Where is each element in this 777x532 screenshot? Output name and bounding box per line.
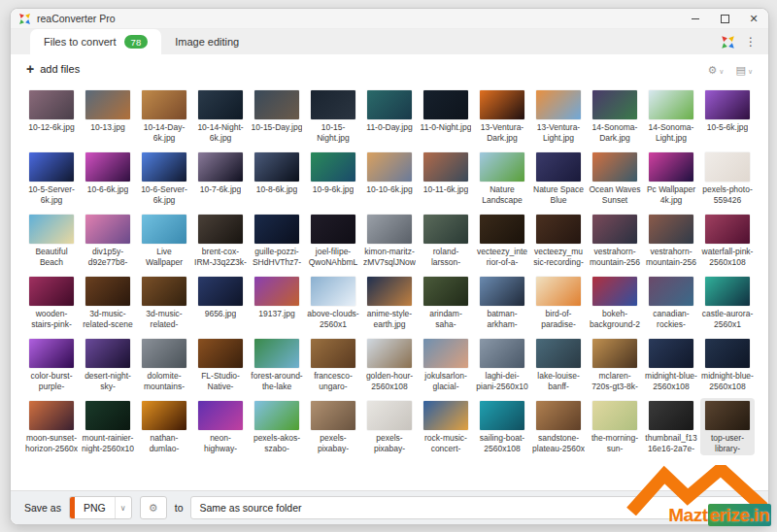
file-item[interactable]: 10-10-6k.jpg — [362, 150, 417, 207]
file-item[interactable]: 13-Ventura-Light.jpg — [531, 87, 586, 145]
file-item[interactable]: thumbnail_f1316e16-2a7e-41 — [644, 398, 698, 455]
file-item[interactable]: FL-Studio-Native- — [193, 336, 248, 393]
file-item[interactable]: 14-Sonoma-Light.jpg — [644, 87, 698, 145]
file-item[interactable]: 10-6-6k.jpg — [81, 150, 135, 207]
file-item[interactable]: 3d-music-related- — [137, 274, 191, 331]
file-item[interactable]: brent-cox-IRM-J3q2Z3k- — [193, 212, 248, 269]
file-item[interactable]: arindam-saha-PwdSwC2kLs- — [419, 274, 473, 331]
file-item[interactable]: vestrahorn-mountain-256 — [644, 212, 698, 269]
file-item[interactable]: pexels-akos-szabo-145938- — [250, 398, 304, 455]
grid-settings-dropdown[interactable]: ⚙∨ — [707, 60, 724, 78]
file-name: 10-11-6k.jpg — [423, 184, 469, 206]
format-select[interactable]: PNG ∨ — [69, 496, 132, 519]
file-item[interactable]: 10-7-6k.jpg — [193, 150, 248, 207]
file-name: Live Wallpaper Desktop.jpg — [138, 247, 190, 268]
file-item[interactable]: color-burst-purple-2560x1 — [24, 336, 79, 393]
file-name: 11-0-Day.jpg — [366, 122, 412, 144]
file-item[interactable]: rock-music-concert- — [419, 398, 473, 455]
minimize-button[interactable] — [681, 9, 710, 28]
file-item[interactable]: golden-hour-2560x108 — [362, 336, 417, 393]
file-item[interactable]: 9656.jpg — [193, 274, 248, 331]
file-item[interactable]: above-clouds-2560x1 — [306, 274, 360, 331]
file-item[interactable]: sandstone-plateau-2560x — [531, 398, 586, 455]
file-item[interactable]: the-morning-sun- — [588, 398, 642, 455]
file-thumbnail — [29, 339, 74, 368]
file-item[interactable]: neon-highway-outrun-2560x1 — [193, 398, 248, 455]
tab-image-editing[interactable]: Image editing — [161, 29, 253, 54]
file-name: thumbnail_f1316e16-2a7e-41 — [645, 433, 697, 454]
file-item[interactable]: pexels-pixabay-15983 — [306, 398, 360, 455]
file-item[interactable]: Ocean Waves Sunset — [588, 150, 642, 207]
file-item[interactable]: 10-15-Day.jpg — [250, 87, 304, 145]
file-item[interactable]: anime-style-earth.jpg — [362, 274, 417, 331]
file-item[interactable]: bokeh-background-2 — [588, 274, 642, 331]
file-name: 10-5-Server-6k.jpg — [25, 184, 78, 206]
file-item[interactable]: top-user-library- — [700, 398, 755, 455]
file-item[interactable]: sailing-boat-2560x108 — [475, 398, 529, 455]
file-item[interactable]: dolomite-mountains-256 — [137, 336, 191, 393]
file-name: brent-cox-IRM-J3q2Z3k- — [194, 247, 247, 268]
file-item[interactable]: guille-pozzi-SHdHVThz7- — [250, 212, 304, 269]
file-item[interactable]: 13-Ventura-Dark.jpg — [475, 87, 529, 145]
file-item[interactable]: joel-filipe-QwoNAhbmLL — [306, 212, 360, 269]
file-item[interactable]: lake-louise-banff-2560x10 — [531, 336, 586, 393]
file-item[interactable]: mclaren-720s-gt3-8k-2560x1 — [588, 336, 642, 393]
file-item[interactable]: 14-Sonoma-Dark.jpg — [588, 87, 642, 145]
file-item[interactable]: Pc Wallpaper 4k.jpg — [644, 150, 698, 207]
close-button[interactable]: ✕ — [739, 9, 768, 28]
kebab-menu-icon[interactable]: ⋮ — [745, 35, 757, 49]
file-item[interactable]: batman-arkham-2560x — [475, 274, 529, 331]
file-item[interactable]: 10-5-Server-6k.jpg — [24, 150, 79, 207]
file-item[interactable]: 19137.jpg — [250, 274, 304, 331]
file-item[interactable]: 11-0-Night.jpg — [419, 87, 473, 145]
file-item[interactable]: Live Wallpaper Desktop.jpg — [137, 212, 191, 269]
file-item[interactable]: 3d-music-related-scene — [81, 274, 135, 331]
file-item[interactable]: canadian-rockies-2560x1 — [644, 274, 698, 331]
file-item[interactable]: 10-14-Night-6k.jpg — [193, 87, 248, 145]
file-item[interactable]: roland-larsson-8AceP — [419, 212, 473, 269]
file-item[interactable]: 10-8-6k.jpg — [250, 150, 304, 207]
file-name: Pc Wallpaper 4k.jpg — [645, 184, 697, 206]
destination-input[interactable]: Same as source folder ⚙ — [190, 496, 755, 519]
file-item[interactable]: Nature Space Blue Ultrawide — [531, 150, 586, 207]
file-item[interactable]: Nature Landscape — [475, 150, 529, 207]
maximize-button[interactable] — [710, 9, 739, 28]
file-item[interactable]: nathan-dumlao- — [137, 398, 191, 455]
file-thumbnail — [480, 215, 524, 244]
file-item[interactable]: moon-sunset-horizon-2560x — [24, 398, 79, 455]
file-item[interactable]: desert-night-sky-2560x1080 — [81, 336, 135, 393]
file-item[interactable]: pexels-pixabay-26507 — [362, 398, 417, 455]
file-item[interactable]: 10-9-6k.jpg — [306, 150, 360, 207]
add-files-button[interactable]: + add files — [26, 62, 80, 76]
file-thumbnail — [649, 277, 693, 306]
file-item[interactable]: castle-aurora-2560x1 — [700, 274, 755, 331]
file-item[interactable]: div1p5y-d92e77b8- — [81, 212, 135, 269]
file-item[interactable]: waterfall-pink-2560x108 — [700, 212, 755, 269]
file-item[interactable]: 10-12-6k.jpg — [24, 87, 79, 145]
file-item[interactable]: jokulsarlon-glacial-2560x1 — [419, 336, 473, 393]
file-item[interactable]: Beautiful Beach — [24, 212, 79, 269]
file-item[interactable]: wooden-stairs-pink-2560x108 — [24, 274, 79, 331]
file-item[interactable]: forest-around-the-lake — [250, 336, 304, 393]
format-settings-button[interactable]: ⚙ — [140, 496, 167, 519]
file-item[interactable]: laghi-dei-piani-2560x10 — [475, 336, 529, 393]
file-item[interactable]: vecteezy_interior-of-a- — [475, 212, 529, 269]
file-item[interactable]: vestrahorn-mountain-256 — [588, 212, 642, 269]
file-item[interactable]: mount-rainier-night-2560x10 — [81, 398, 135, 455]
file-item[interactable]: 10-6-Server-6k.jpg — [137, 150, 191, 207]
file-item[interactable]: bird-of-paradise-2560x — [531, 274, 586, 331]
file-item[interactable]: 11-0-Day.jpg — [362, 87, 417, 145]
view-mode-dropdown[interactable]: ▤∨ — [735, 60, 753, 78]
file-item[interactable]: 10-5-6k.jpg — [700, 87, 755, 145]
file-item[interactable]: francesco-ungaro- — [306, 336, 360, 393]
tab-files-to-convert[interactable]: Files to convert 78 — [30, 29, 161, 54]
file-item[interactable]: pexels-photo-559426 — [700, 150, 755, 207]
file-item[interactable]: 10-13.jpg — [81, 87, 135, 145]
file-item[interactable]: midnight-blue-2560x108 — [700, 336, 755, 393]
file-item[interactable]: 10-14-Day-6k.jpg — [137, 87, 191, 145]
file-item[interactable]: 10-11-6k.jpg — [419, 150, 473, 207]
file-item[interactable]: midnight-blue-2560x108 — [644, 336, 698, 393]
file-item[interactable]: 10-15-Night.jpg — [306, 87, 360, 145]
file-item[interactable]: kimon-maritz-zMV7sqlJNow- — [362, 212, 417, 269]
file-item[interactable]: vecteezy_music-recording- — [531, 212, 586, 269]
